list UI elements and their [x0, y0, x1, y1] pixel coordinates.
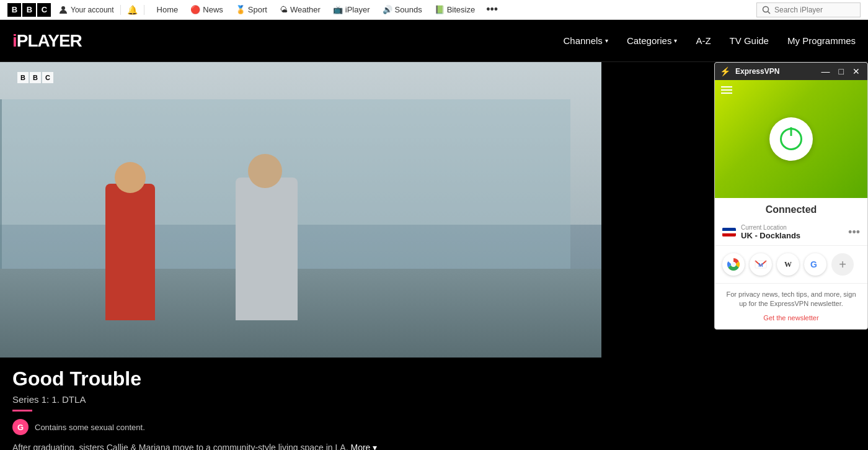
vpn-power-icon [780, 128, 802, 150]
news-emoji: 🔴 [190, 5, 200, 14]
iplayer-logo[interactable]: iPLAYER [12, 31, 82, 51]
svg-text:M: M [758, 262, 763, 268]
topnav-weather[interactable]: 🌤 Weather [273, 0, 327, 20]
bbc-b2-block: B [22, 3, 36, 17]
vpn-location-row[interactable]: Current Location UK - Docklands ••• [715, 219, 867, 246]
nav-tvguide[interactable]: TV Guide [730, 35, 769, 46]
scene-floor [0, 269, 601, 358]
main-content: B B C Good Trouble Series 1: 1. DTLA G C… [0, 62, 868, 450]
expressvpn-panel: ⚡ ExpressVPN — □ ✕ Connected Current Loc… [714, 62, 868, 330]
account-menu[interactable]: Your account [58, 5, 121, 15]
bbc-logo[interactable]: B B C [7, 3, 51, 17]
gmail-icon: M [754, 258, 768, 271]
vpn-newsletter-text: For privacy news, tech tips, and more, s… [722, 290, 860, 309]
vpn-newsletter: For privacy news, tech tips, and more, s… [715, 284, 867, 329]
video-thumbnail: B B C [0, 62, 601, 358]
topnav-iplayer[interactable]: 📺 iPlayer [327, 0, 376, 20]
bbc-watermark: B B C [17, 72, 53, 83]
account-icon [58, 5, 68, 15]
svg-point-11 [732, 263, 735, 266]
bitesize-label: Bitesize [447, 5, 476, 14]
vpn-shortcut-gmail[interactable]: M [750, 253, 772, 276]
vpn-location-options-button[interactable]: ••• [848, 226, 860, 239]
bbc-b-block: B [7, 3, 21, 17]
nav-channels[interactable]: Channels ▾ [563, 35, 608, 46]
expressvpn-logo-icon: ⚡ [720, 66, 730, 76]
video-area: B B C Good Trouble Series 1: 1. DTLA G C… [0, 62, 601, 450]
vpn-title: ExpressVPN [735, 67, 815, 76]
svg-line-2 [768, 11, 771, 14]
topnav-home[interactable]: Home [151, 0, 185, 20]
vpn-shortcut-wikipedia[interactable]: W [777, 253, 799, 276]
svg-point-0 [61, 6, 65, 10]
rating-text: Contains some sexual content. [35, 423, 145, 432]
topnav-bitesize[interactable]: 📗 Bitesize [428, 0, 482, 20]
svg-point-1 [763, 6, 769, 12]
sounds-label: Sounds [395, 5, 422, 14]
account-label: Your account [71, 6, 114, 14]
character-2-body [236, 178, 298, 320]
bbc-c-block: C [37, 3, 51, 17]
show-rating-row: G Contains some sexual content. [12, 419, 589, 435]
vpn-close-button[interactable]: ✕ [850, 66, 862, 76]
categories-chevron-icon: ▾ [674, 37, 677, 44]
show-divider [12, 410, 32, 412]
vpn-location-name: UK - Docklands [741, 231, 843, 240]
iplayer-nav: Channels ▾ Categories ▾ A-Z TV Guide My … [563, 35, 856, 46]
character-1-head [115, 162, 146, 193]
bbc-topnav: B B C Your account 🔔 Home 🔴 News 🏅 Sport… [0, 0, 868, 20]
vpn-shortcut-add[interactable]: + [831, 253, 854, 276]
channels-chevron-icon: ▾ [605, 37, 608, 44]
topnav-links: Home 🔴 News 🏅 Sport 🌤 Weather 📺 iPlayer … [151, 0, 756, 20]
iplayer-emoji: 📺 [333, 5, 343, 14]
topnav-news[interactable]: 🔴 News [184, 0, 229, 20]
vpn-power-button[interactable] [769, 117, 813, 161]
vpn-newsletter-link[interactable]: Get the newsletter [763, 314, 818, 322]
nav-myprogrammes[interactable]: My Programmes [787, 35, 856, 46]
vpn-maximize-button[interactable]: □ [836, 66, 846, 76]
show-info: Good Trouble Series 1: 1. DTLA G Contain… [0, 358, 601, 450]
bitesize-emoji: 📗 [435, 5, 445, 14]
vpn-minimize-button[interactable]: — [819, 66, 833, 76]
rating-badge: G [12, 419, 29, 435]
vpn-connected-label: Connected [715, 198, 867, 219]
news-label: News [203, 5, 223, 14]
vpn-shortcut-chrome[interactable] [722, 253, 745, 276]
vpn-titlebar: ⚡ ExpressVPN — □ ✕ [715, 63, 867, 80]
iplayer-link-label: iPlayer [345, 5, 370, 14]
vpn-shortcut-google[interactable]: G [804, 253, 826, 276]
current-location-label: Current Location [741, 224, 843, 231]
search-input[interactable] [774, 6, 855, 14]
vpn-shortcuts: M W G + [715, 246, 867, 284]
iplayer-header: iPLAYER Channels ▾ Categories ▾ A-Z TV G… [0, 20, 868, 62]
sounds-emoji: 🔊 [383, 5, 392, 14]
sport-label: Sport [248, 5, 267, 14]
show-title: Good Trouble [12, 367, 589, 390]
google-icon: G [808, 258, 822, 271]
add-icon: + [839, 258, 846, 272]
sport-emoji: 🏅 [236, 5, 246, 14]
weather-emoji: 🌤 [280, 5, 288, 14]
character-2-head [248, 154, 282, 188]
nav-az[interactable]: A-Z [696, 35, 711, 46]
video-player[interactable]: B B C [0, 62, 601, 358]
search-bar[interactable] [756, 2, 861, 17]
more-button[interactable]: ••• [481, 3, 503, 16]
weather-label: Weather [290, 5, 321, 14]
vpn-connected-area [715, 80, 867, 198]
home-label: Home [157, 5, 179, 14]
show-description: After graduating, sisters Callie & Maria… [12, 441, 589, 450]
svg-text:G: G [810, 259, 817, 269]
more-link[interactable]: More ▾ [350, 443, 377, 450]
nav-categories[interactable]: Categories ▾ [627, 35, 678, 46]
chrome-icon [727, 258, 740, 271]
notifications-button[interactable]: 🔔 [127, 5, 144, 15]
vpn-menu-icon[interactable] [721, 86, 732, 94]
character-1-body [105, 184, 155, 320]
show-subtitle: Series 1: 1. DTLA [12, 394, 589, 405]
uk-flag-icon [722, 228, 736, 236]
topnav-sport[interactable]: 🏅 Sport [229, 0, 273, 20]
topnav-sounds[interactable]: 🔊 Sounds [376, 0, 428, 20]
wiki-label: W [784, 260, 792, 269]
vpn-location-info: Current Location UK - Docklands [741, 224, 843, 240]
